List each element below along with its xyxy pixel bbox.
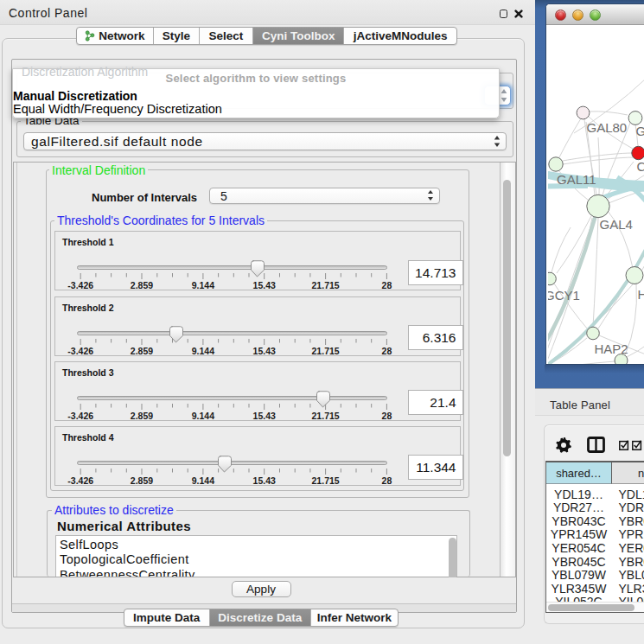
svg-text:CDC36: CDC36 xyxy=(636,159,644,174)
svg-text:GAL2: GAL2 xyxy=(635,124,644,138)
svg-text:HIS4: HIS4 xyxy=(637,287,644,302)
svg-text:GAL11: GAL11 xyxy=(557,172,596,187)
svg-text:GAL4: GAL4 xyxy=(599,217,632,232)
svg-text:GCY1: GCY1 xyxy=(548,288,580,303)
svg-text:GAL80: GAL80 xyxy=(586,120,627,135)
svg-text:HAP2: HAP2 xyxy=(594,341,628,356)
